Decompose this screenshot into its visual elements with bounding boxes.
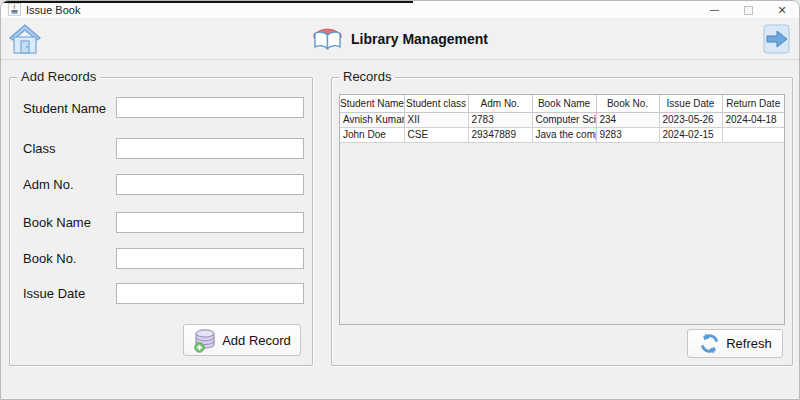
maximize-button[interactable] (731, 1, 765, 19)
records-panel: Records Student Name Student class Adm N… (331, 77, 793, 366)
app-title: Library Management (351, 31, 488, 47)
adm-no-input[interactable] (116, 174, 304, 195)
cell[interactable]: Computer Science (532, 112, 596, 127)
col-book-name[interactable]: Book Name (532, 95, 596, 112)
forward-arrow-icon (763, 24, 790, 54)
minimize-icon (710, 10, 719, 11)
cell[interactable]: 2023-05-26 (659, 112, 722, 127)
window-title: Issue Book (26, 4, 80, 16)
col-student-name[interactable]: Student Name (340, 95, 404, 112)
add-record-button-label: Add Record (222, 333, 291, 348)
refresh-icon (698, 332, 721, 355)
table-row[interactable]: Avnish Kumar XII 2783 Computer Science 2… (340, 112, 784, 127)
refresh-button-label: Refresh (726, 336, 772, 351)
issue-date-input[interactable] (116, 283, 304, 304)
book-no-input[interactable] (116, 248, 304, 269)
class-label: Class (23, 141, 56, 156)
cell[interactable]: 29347889 (468, 127, 532, 142)
table-row[interactable]: John Doe CSE 29347889 Java the compl... … (340, 127, 784, 142)
issue-book-window: Issue Book ✕ Library Management (0, 0, 800, 400)
col-book-no[interactable]: Book No. (596, 95, 659, 112)
cell[interactable]: 2024-04-18 (722, 112, 784, 127)
add-records-panel: Add Records Student Name Class Adm No. B… (9, 77, 313, 366)
cell[interactable]: 234 (596, 112, 659, 127)
header-bar: Library Management (1, 19, 799, 60)
records-table-scrollpane[interactable]: Student Name Student class Adm No. Book … (339, 94, 785, 325)
cell[interactable]: 9283 (596, 127, 659, 142)
cell[interactable]: 2024-02-15 (659, 127, 722, 142)
col-student-class[interactable]: Student class (404, 95, 468, 112)
book-name-input[interactable] (116, 212, 304, 233)
cell[interactable]: 2783 (468, 112, 532, 127)
cell[interactable] (722, 127, 784, 142)
issue-date-label: Issue Date (23, 286, 85, 301)
cell[interactable]: Java the compl... (532, 127, 596, 142)
class-input[interactable] (116, 138, 304, 159)
minimize-button[interactable] (697, 1, 731, 19)
records-panel-title: Records (339, 69, 395, 84)
library-book-icon (312, 26, 343, 53)
database-add-icon (193, 328, 217, 353)
header-title-area: Library Management (1, 19, 799, 59)
close-icon: ✕ (777, 5, 786, 16)
cell[interactable]: CSE (404, 127, 468, 142)
col-adm-no[interactable]: Adm No. (468, 95, 532, 112)
student-name-input[interactable] (116, 97, 304, 118)
table-header-row: Student Name Student class Adm No. Book … (340, 95, 784, 112)
cell[interactable]: John Doe (340, 127, 404, 142)
add-record-button[interactable]: Add Record (183, 324, 301, 356)
adm-no-label: Adm No. (23, 177, 74, 192)
cell[interactable]: XII (404, 112, 468, 127)
col-return-date[interactable]: Return Date (722, 95, 784, 112)
col-issue-date[interactable]: Issue Date (659, 95, 722, 112)
cell[interactable]: Avnish Kumar (340, 112, 404, 127)
add-records-panel-title: Add Records (17, 69, 100, 84)
title-bar[interactable]: Issue Book ✕ (1, 1, 799, 19)
maximize-icon (744, 6, 753, 15)
book-name-label: Book Name (23, 215, 91, 230)
refresh-button[interactable]: Refresh (687, 329, 783, 358)
book-no-label: Book No. (23, 251, 76, 266)
background-window-artifact (1, 1, 413, 3)
java-app-icon (8, 3, 21, 16)
next-button[interactable] (763, 24, 790, 54)
records-table[interactable]: Student Name Student class Adm No. Book … (340, 95, 784, 143)
close-button[interactable]: ✕ (765, 1, 799, 19)
student-name-label: Student Name (23, 101, 106, 116)
